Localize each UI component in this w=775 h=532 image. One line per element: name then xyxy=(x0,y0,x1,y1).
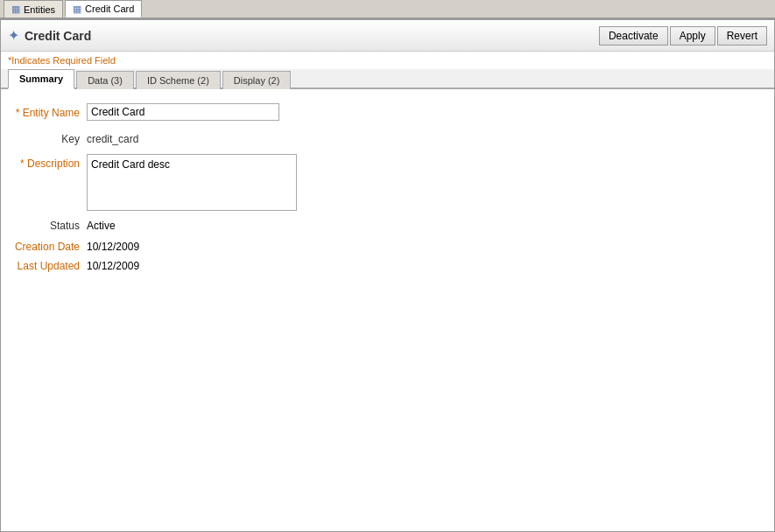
entity-name-input[interactable] xyxy=(87,103,279,121)
main-window: ✦ Credit Card Deactivate Apply Revert *I… xyxy=(0,19,775,532)
tab-data[interactable]: Data (3) xyxy=(76,71,134,89)
tab-entities[interactable]: ▦ Entities xyxy=(4,0,63,18)
creditcard-icon: ▦ xyxy=(73,4,81,15)
last-updated-label: Last Updated xyxy=(8,260,87,272)
tab-display-label: Display (2) xyxy=(234,75,280,86)
apply-button[interactable]: Apply xyxy=(670,26,715,46)
required-notice-text: *Indicates Required Field xyxy=(8,55,116,66)
description-row: Description xyxy=(8,154,767,211)
window-icon: ✦ xyxy=(8,27,19,44)
top-tab-bar: ▦ Entities ▦ Credit Card xyxy=(0,0,775,19)
key-label: Key xyxy=(8,130,87,145)
status-label: Status xyxy=(8,220,87,232)
key-row: Key credit_card xyxy=(8,130,767,145)
entities-icon: ▦ xyxy=(11,4,20,15)
title-bar: ✦ Credit Card Deactivate Apply Revert xyxy=(1,20,774,52)
tab-creditcard[interactable]: ▦ Credit Card xyxy=(65,0,142,18)
tab-summary-label: Summary xyxy=(19,74,63,84)
title-bar-left: ✦ Credit Card xyxy=(8,27,91,44)
tab-idscheme-label: ID Scheme (2) xyxy=(147,75,209,86)
entity-name-row: Entity Name xyxy=(8,103,767,121)
creditcard-tab-label: Credit Card xyxy=(85,4,134,14)
description-label: Description xyxy=(8,154,87,170)
tab-display[interactable]: Display (2) xyxy=(222,71,292,89)
creation-date-row: Creation Date 10/12/2009 xyxy=(8,241,767,253)
tabs-row: Summary Data (3) ID Scheme (2) Display (… xyxy=(1,69,774,89)
title-bar-buttons: Deactivate Apply Revert xyxy=(599,26,767,46)
last-updated-value: 10/12/2009 xyxy=(87,260,139,272)
tab-summary[interactable]: Summary xyxy=(8,69,74,89)
deactivate-button[interactable]: Deactivate xyxy=(599,26,668,46)
form-content: Entity Name Key credit_card Description … xyxy=(1,89,774,293)
revert-button[interactable]: Revert xyxy=(717,26,767,46)
key-value: credit_card xyxy=(87,130,138,145)
required-notice: *Indicates Required Field xyxy=(1,52,774,69)
last-updated-row: Last Updated 10/12/2009 xyxy=(8,260,767,272)
entities-tab-label: Entities xyxy=(24,4,55,15)
creation-date-label: Creation Date xyxy=(8,241,87,253)
status-row: Status Active xyxy=(8,220,767,232)
tab-data-label: Data (3) xyxy=(88,75,123,86)
description-textarea[interactable] xyxy=(87,154,297,211)
creation-date-value: 10/12/2009 xyxy=(87,241,139,253)
tab-idscheme[interactable]: ID Scheme (2) xyxy=(136,71,221,89)
status-value: Active xyxy=(87,220,116,232)
entity-name-label: Entity Name xyxy=(8,103,87,119)
window-title: Credit Card xyxy=(25,29,91,43)
